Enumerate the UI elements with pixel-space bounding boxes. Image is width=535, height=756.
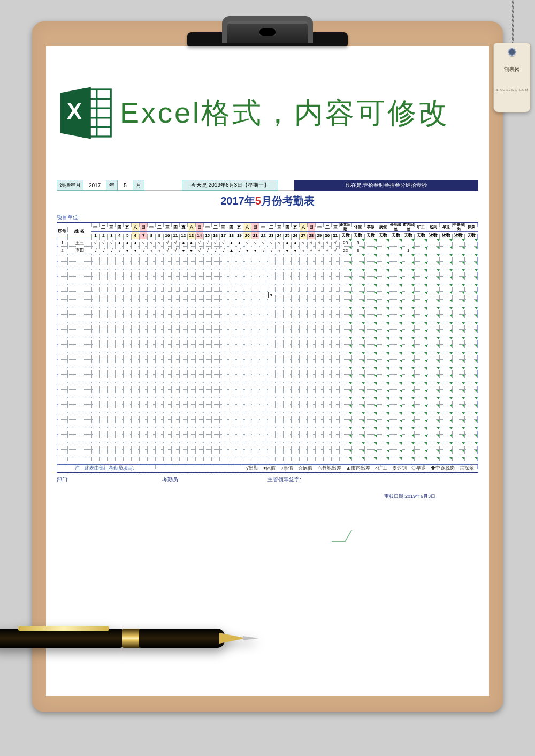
mark-cell[interactable] (235, 382, 243, 390)
mark-cell[interactable] (315, 382, 323, 390)
mark-cell[interactable] (299, 405, 307, 412)
mark-cell[interactable] (91, 397, 100, 405)
mark-cell[interactable] (299, 307, 307, 315)
mark-cell[interactable] (323, 345, 331, 352)
mark-cell[interactable] (259, 375, 268, 382)
stat-cell[interactable] (415, 360, 427, 367)
mark-cell[interactable] (203, 315, 211, 322)
mark-cell[interactable] (124, 307, 132, 315)
mark-cell[interactable] (251, 337, 259, 345)
mark-cell[interactable] (259, 390, 268, 397)
mark-cell[interactable] (251, 284, 259, 292)
mark-cell[interactable] (163, 442, 171, 450)
mark-cell[interactable] (299, 360, 307, 367)
mark-cell[interactable]: √ (315, 247, 323, 254)
mark-cell[interactable] (268, 345, 276, 352)
mark-cell[interactable] (227, 457, 235, 465)
mark-cell[interactable] (284, 442, 292, 450)
mark-cell[interactable] (268, 367, 276, 375)
stat-cell[interactable] (440, 375, 452, 382)
stat-cell[interactable] (352, 375, 364, 382)
mark-cell[interactable] (331, 375, 339, 382)
mark-cell[interactable] (124, 435, 132, 442)
mark-cell[interactable]: √ (163, 239, 171, 247)
mark-cell[interactable] (203, 390, 211, 397)
mark-cell[interactable] (211, 435, 219, 442)
mark-cell[interactable] (108, 300, 116, 307)
mark-cell[interactable] (132, 360, 140, 367)
mark-cell[interactable] (284, 315, 292, 322)
stat-cell[interactable] (389, 254, 402, 262)
mark-cell[interactable] (140, 367, 148, 375)
mark-cell[interactable] (156, 367, 164, 375)
mark-cell[interactable] (179, 269, 187, 277)
mark-cell[interactable] (116, 269, 124, 277)
mark-cell[interactable] (116, 262, 124, 269)
mark-cell[interactable] (100, 269, 108, 277)
mark-cell[interactable] (284, 450, 292, 457)
mark-cell[interactable] (187, 300, 195, 307)
stat-cell[interactable] (402, 457, 414, 465)
mark-cell[interactable] (219, 420, 227, 427)
stat-cell[interactable] (377, 307, 389, 315)
mark-cell[interactable] (235, 269, 243, 277)
stat-cell[interactable] (389, 247, 402, 254)
mark-cell[interactable] (243, 427, 251, 435)
mark-cell[interactable] (211, 352, 219, 360)
mark-cell[interactable] (323, 360, 331, 367)
mark-cell[interactable] (163, 337, 171, 345)
mark-cell[interactable] (259, 420, 268, 427)
stat-cell[interactable] (352, 292, 364, 300)
mark-cell[interactable] (171, 307, 179, 315)
stat-cell[interactable] (440, 427, 452, 435)
mark-cell[interactable] (100, 292, 108, 300)
mark-cell[interactable] (171, 322, 179, 330)
mark-cell[interactable] (268, 390, 276, 397)
mark-cell[interactable] (251, 382, 259, 390)
mark-cell[interactable] (227, 405, 235, 412)
stat-cell[interactable] (364, 360, 377, 367)
stat-cell[interactable] (465, 442, 478, 450)
stat-cell[interactable] (352, 322, 364, 330)
stat-cell[interactable] (415, 405, 427, 412)
mark-cell[interactable] (219, 277, 227, 284)
stat-cell[interactable] (339, 337, 351, 345)
mark-cell[interactable]: √ (323, 247, 331, 254)
mark-cell[interactable] (276, 292, 284, 300)
mark-cell[interactable] (291, 420, 299, 427)
mark-cell[interactable] (203, 330, 211, 337)
mark-cell[interactable] (227, 322, 235, 330)
mark-cell[interactable] (203, 427, 211, 435)
mark-cell[interactable] (331, 330, 339, 337)
mark-cell[interactable] (251, 367, 259, 375)
mark-cell[interactable] (268, 337, 276, 345)
mark-cell[interactable] (187, 427, 195, 435)
mark-cell[interactable] (100, 315, 108, 322)
mark-cell[interactable] (331, 360, 339, 367)
stat-cell[interactable] (364, 442, 377, 450)
mark-cell[interactable] (108, 405, 116, 412)
stat-cell[interactable] (402, 352, 414, 360)
mark-cell[interactable] (243, 397, 251, 405)
stat-cell[interactable] (427, 457, 439, 465)
mark-cell[interactable] (187, 457, 195, 465)
mark-cell[interactable]: √ (203, 239, 211, 247)
stat-cell[interactable] (465, 412, 478, 420)
mark-cell[interactable] (307, 450, 315, 457)
mark-cell[interactable] (132, 420, 140, 427)
mark-cell[interactable] (323, 397, 331, 405)
mark-cell[interactable] (140, 315, 148, 322)
mark-cell[interactable] (211, 330, 219, 337)
mark-cell[interactable] (284, 427, 292, 435)
mark-cell[interactable] (323, 330, 331, 337)
mark-cell[interactable] (251, 405, 259, 412)
mark-cell[interactable] (116, 277, 124, 284)
mark-cell[interactable] (91, 292, 100, 300)
stat-cell[interactable] (440, 315, 452, 322)
mark-cell[interactable] (284, 292, 292, 300)
stat-cell[interactable] (440, 254, 452, 262)
stat-cell[interactable] (427, 382, 439, 390)
mark-cell[interactable] (259, 360, 268, 367)
mark-cell[interactable] (163, 345, 171, 352)
mark-cell[interactable] (163, 292, 171, 300)
